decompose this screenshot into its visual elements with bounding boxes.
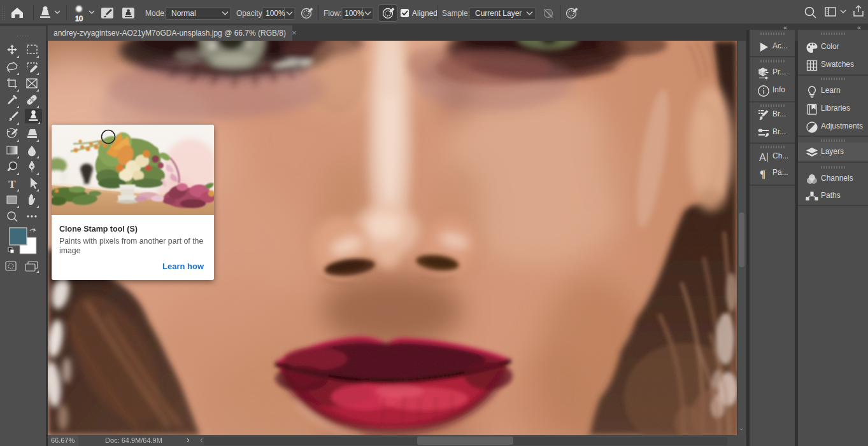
svg-text:Opacity:: Opacity: <box>236 9 264 18</box>
svg-text:10: 10 <box>75 15 83 22</box>
svg-text:100%: 100% <box>345 9 364 18</box>
svg-text:¶: ¶ <box>760 168 765 180</box>
svg-text:T: T <box>8 178 16 190</box>
svg-text:Flow:: Flow: <box>324 9 342 18</box>
svg-text:100%: 100% <box>266 9 285 18</box>
svg-text:Current Layer: Current Layer <box>475 9 522 18</box>
svg-text:Mode:: Mode: <box>145 9 166 18</box>
svg-text:Sample:: Sample: <box>442 9 470 18</box>
svg-text:Normal: Normal <box>171 9 196 18</box>
svg-text:A: A <box>759 152 766 163</box>
svg-text:Aligned: Aligned <box>412 9 438 18</box>
